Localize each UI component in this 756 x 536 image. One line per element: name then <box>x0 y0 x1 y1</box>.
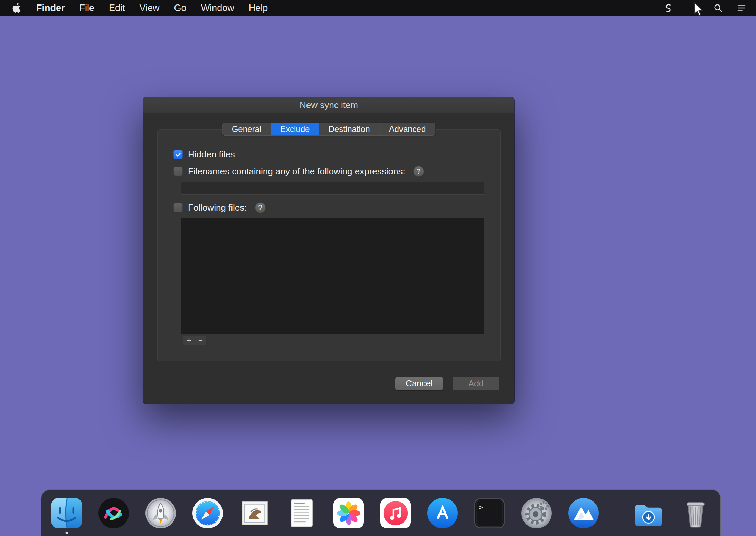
finder-running-indicator <box>66 532 68 534</box>
tab-general-label: General <box>232 124 261 134</box>
dock-mail-icon[interactable] <box>238 497 271 529</box>
dock-separator <box>616 497 616 529</box>
svg-text:>_: >_ <box>479 503 488 511</box>
apple-menu[interactable] <box>10 3 23 13</box>
remove-file-button[interactable]: − <box>195 336 207 345</box>
expressions-input[interactable] <box>181 182 484 195</box>
dock-app-store-icon[interactable] <box>426 497 459 529</box>
menu-bar-left: Finder File Edit View Go Window Help <box>10 3 275 13</box>
following-files-help-button[interactable]: ? <box>255 202 266 213</box>
exclude-panel: Hidden files Filenames containing any of… <box>157 129 501 361</box>
filenames-label: Filenames containing any of the followin… <box>188 166 405 177</box>
menu-item-file[interactable]: File <box>72 3 102 13</box>
menu-bar-status-area <box>663 3 746 13</box>
tab-destination-label: Destination <box>328 124 370 134</box>
notification-center-icon[interactable] <box>737 3 746 13</box>
hidden-files-row: Hidden files <box>173 149 235 160</box>
dock-launchpad-icon[interactable] <box>144 497 177 529</box>
excluded-files-list[interactable] <box>181 218 484 334</box>
dock-terminal-icon[interactable]: >_ <box>473 497 506 529</box>
dock-music-icon[interactable] <box>379 497 412 529</box>
tab-advanced-label: Advanced <box>389 124 426 134</box>
spotlight-search-icon[interactable] <box>713 3 723 13</box>
dock-photos-icon[interactable] <box>332 497 365 529</box>
apple-logo-icon <box>12 3 21 13</box>
window-titlebar[interactable]: New sync item <box>143 97 514 113</box>
menu-item-help[interactable]: Help <box>242 3 275 13</box>
filenames-checkbox[interactable] <box>173 167 183 176</box>
tab-destination[interactable]: Destination <box>319 123 379 135</box>
sync-s-menu-extra-icon[interactable] <box>663 3 673 13</box>
dock-textedit-icon[interactable] <box>285 497 318 529</box>
tab-advanced[interactable]: Advanced <box>380 123 435 135</box>
menu-item-edit[interactable]: Edit <box>102 3 132 13</box>
following-files-row: Following files: ? <box>173 202 266 213</box>
dock: >_ <box>41 489 721 536</box>
hidden-files-label: Hidden files <box>188 149 235 160</box>
tab-exclude[interactable]: Exclude <box>271 123 319 135</box>
window-title: New sync item <box>300 100 358 111</box>
menu-bar: Finder File Edit View Go Window Help <box>0 0 756 16</box>
dock-trash-icon[interactable] <box>679 497 712 529</box>
hidden-files-checkbox[interactable] <box>173 150 183 159</box>
list-controls: + − <box>183 336 207 345</box>
desktop: { "menubar": { "items": ["Finder", "File… <box>0 0 756 536</box>
dock-siri-icon[interactable] <box>97 497 130 529</box>
add-button[interactable]: Add <box>453 377 499 390</box>
cancel-button[interactable]: Cancel <box>395 377 443 390</box>
dock-safari-icon[interactable] <box>191 497 224 529</box>
dock-system-preferences-icon[interactable] <box>520 497 553 529</box>
menu-item-finder[interactable]: Finder <box>29 3 72 13</box>
tab-bar: General Exclude Destination Advanced <box>222 123 436 136</box>
dock-downloads-folder-icon[interactable] <box>632 497 665 529</box>
menu-item-view[interactable]: View <box>132 3 167 13</box>
add-file-button[interactable]: + <box>183 336 195 345</box>
filenames-row: Filenames containing any of the followin… <box>173 166 424 177</box>
tab-exclude-label: Exclude <box>280 124 310 134</box>
following-files-checkbox[interactable] <box>173 203 183 212</box>
menu-item-window[interactable]: Window <box>194 3 242 13</box>
checkmark-icon <box>175 151 182 158</box>
new-sync-item-window: New sync item General Exclude Destinatio… <box>143 97 514 404</box>
dock-finder-icon[interactable] <box>50 497 83 529</box>
filenames-help-button[interactable]: ? <box>413 166 424 177</box>
dock-sync-app-icon[interactable] <box>567 497 600 529</box>
tab-general[interactable]: General <box>223 123 271 135</box>
following-files-label: Following files: <box>188 202 247 213</box>
menu-item-go[interactable]: Go <box>167 3 194 13</box>
